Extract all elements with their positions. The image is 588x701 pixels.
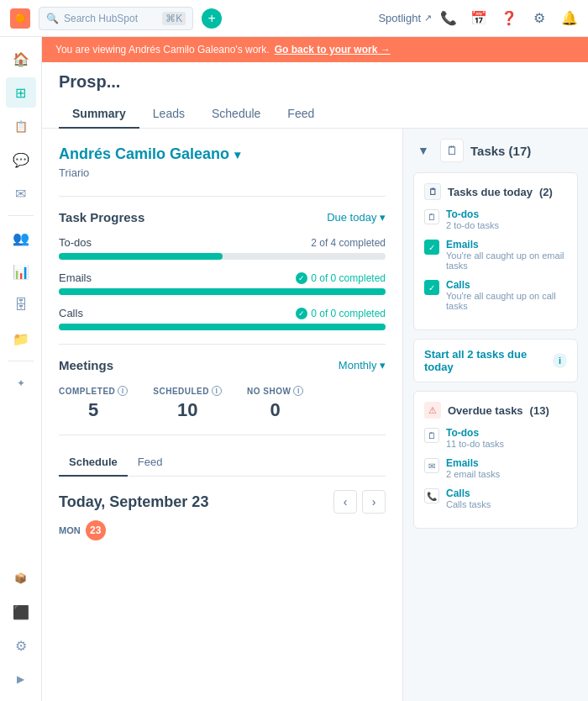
email-item-name[interactable]: Emails bbox=[446, 239, 567, 250]
sidebar-item-reports[interactable]: 📊 bbox=[6, 256, 36, 287]
overdue-todo-icon: 🗒 bbox=[424, 428, 439, 443]
overdue-tasks-card: ⚠ Overdue tasks (13) 🗒 To-dos 11 to-do t… bbox=[413, 391, 578, 529]
sidebar-item-dashboard[interactable]: ⊞ bbox=[6, 77, 36, 108]
stat-completed-label: COMPLETED i bbox=[59, 386, 128, 396]
call-item-desc: You're all caught up on call tasks bbox=[446, 291, 567, 311]
next-day-button[interactable]: › bbox=[362, 490, 386, 514]
overdue-title: Overdue tasks bbox=[448, 404, 523, 417]
prev-day-button[interactable]: ‹ bbox=[333, 490, 357, 514]
monthly-button[interactable]: Monthly ▾ bbox=[339, 359, 386, 372]
task-item-calls: ✓ Calls You're all caught up on call tas… bbox=[424, 279, 567, 311]
tab-leads[interactable]: Leads bbox=[139, 100, 198, 129]
sidebar-item-data[interactable]: 🗄 bbox=[6, 290, 36, 320]
overdue-todo-name[interactable]: To-dos bbox=[446, 427, 504, 439]
content-area: You are viewing Andrés Camilo Galeano's … bbox=[42, 37, 588, 701]
stat-completed-value: 5 bbox=[88, 399, 98, 421]
phone-icon[interactable]: 📞 bbox=[440, 10, 457, 27]
info-noshow-icon: i bbox=[293, 386, 303, 396]
two-col: Andrés Camilo Galeano ▾ Triario Task Pro… bbox=[42, 129, 588, 701]
search-label: Search HubSpot bbox=[64, 13, 157, 24]
overdue-icon: ⚠ bbox=[424, 402, 441, 419]
stat-scheduled: SCHEDULED i 10 bbox=[153, 386, 222, 421]
help-icon[interactable]: ❓ bbox=[501, 10, 517, 27]
task-label-emails: Emails bbox=[59, 271, 92, 284]
sidebar-item-settings[interactable]: ⚙ bbox=[6, 630, 36, 661]
call-item-name[interactable]: Calls bbox=[446, 279, 567, 291]
dropdown-icon[interactable]: ▾ bbox=[234, 148, 240, 161]
collapse-button[interactable]: ▼ bbox=[413, 140, 433, 161]
start-tasks-label: Start all 2 tasks due today bbox=[424, 348, 553, 373]
main-container: 🏠 ⊞ 📋 💬 ✉ 👥 📊 🗄 📁 ✦ 📦 ⬛ ⚙ ▶ You are view… bbox=[0, 37, 588, 701]
todo-item-desc: 2 to-do tasks bbox=[446, 220, 499, 230]
calendar-icon[interactable]: 📅 bbox=[470, 10, 487, 27]
sidebar-item-users[interactable]: 👥 bbox=[6, 223, 36, 253]
sidebar-item-expand[interactable]: ▶ bbox=[6, 664, 36, 694]
stat-noshow: NO SHOW i 0 bbox=[247, 386, 303, 421]
sidebar-item-contacts[interactable]: 📋 bbox=[6, 111, 36, 141]
sidebar-item-objects[interactable]: 📦 bbox=[6, 563, 36, 593]
settings-icon[interactable]: ⚙ bbox=[531, 10, 548, 27]
spotlight-button[interactable]: Spotlight ↗ bbox=[378, 12, 432, 24]
nav-arrows: ‹ › bbox=[333, 490, 386, 514]
task-row-emails-header: Emails ✓ 0 of 0 completed bbox=[59, 271, 386, 284]
search-kbd: ⌘K bbox=[162, 12, 186, 25]
overdue-todo-desc: 11 to-do tasks bbox=[446, 439, 504, 449]
person-name: Andrés Camilo Galeano ▾ bbox=[59, 145, 386, 163]
meetings-title: Meetings bbox=[59, 358, 113, 372]
overdue-item-emails: ✉ Emails 2 email tasks bbox=[424, 457, 567, 479]
viewing-banner: You are viewing Andrés Camilo Galeano's … bbox=[42, 37, 588, 62]
due-today-button[interactable]: Due today ▾ bbox=[327, 211, 386, 224]
tasks-due-today-header: 🗒 Tasks due today (2) bbox=[424, 183, 567, 200]
search-bar[interactable]: 🔍 Search HubSpot ⌘K bbox=[39, 7, 193, 30]
task-label-calls: Calls bbox=[59, 307, 83, 319]
add-button[interactable]: + bbox=[202, 8, 222, 29]
subtab-schedule[interactable]: Schedule bbox=[59, 449, 128, 477]
email-item-content: Emails You're all caught up on email tas… bbox=[446, 239, 567, 271]
due-today-card-icon: 🗒 bbox=[424, 183, 441, 200]
go-back-link[interactable]: Go back to your work → bbox=[275, 44, 391, 55]
progress-bar-fill-todos bbox=[59, 253, 223, 260]
overdue-count: (13) bbox=[530, 404, 549, 417]
start-tasks-info-icon: i bbox=[553, 353, 567, 368]
tab-summary[interactable]: Summary bbox=[59, 100, 139, 129]
todo-item-name[interactable]: To-dos bbox=[446, 208, 499, 220]
sidebar-item-ai[interactable]: ✦ bbox=[6, 368, 36, 398]
task-count-calls: ✓ 0 of 0 completed bbox=[296, 308, 386, 319]
tab-feed[interactable]: Feed bbox=[274, 100, 328, 129]
overdue-item-calls: 📞 Calls Calls tasks bbox=[424, 488, 567, 509]
sidebar-item-home[interactable]: 🏠 bbox=[6, 44, 36, 74]
today-title: Today, September 23 bbox=[59, 493, 208, 511]
sidebar-item-files[interactable]: 📁 bbox=[6, 324, 36, 354]
hubspot-logo[interactable]: 🟠 bbox=[10, 8, 30, 29]
meetings-stats: COMPLETED i 5 SCHEDULED i 10 bbox=[59, 386, 386, 421]
day-label: MON bbox=[59, 525, 81, 535]
divider-1 bbox=[59, 196, 386, 197]
tabs: Summary Leads Schedule Feed bbox=[59, 100, 571, 128]
stat-completed: COMPLETED i 5 bbox=[59, 386, 128, 421]
overdue-email-name[interactable]: Emails bbox=[446, 457, 500, 469]
sidebar-item-email[interactable]: ✉ bbox=[6, 178, 36, 208]
overdue-item-todos: 🗒 To-dos 11 to-do tasks bbox=[424, 427, 567, 449]
stat-scheduled-value: 10 bbox=[177, 399, 197, 421]
sidebar: 🏠 ⊞ 📋 💬 ✉ 👥 📊 🗄 📁 ✦ 📦 ⬛ ⚙ ▶ bbox=[0, 37, 42, 701]
call-item-icon: ✓ bbox=[424, 280, 439, 295]
overdue-call-content: Calls Calls tasks bbox=[446, 488, 491, 509]
info-scheduled-icon: i bbox=[212, 386, 222, 396]
tasks-icon-box: 🗒 bbox=[440, 139, 464, 162]
progress-bar-fill-emails bbox=[59, 288, 386, 295]
overdue-call-name[interactable]: Calls bbox=[446, 488, 491, 499]
today-header: Today, September 23 ‹ › bbox=[59, 490, 386, 514]
start-tasks-button[interactable]: Start all 2 tasks due today i bbox=[413, 339, 578, 382]
email-item-desc: You're all caught up on email tasks bbox=[446, 250, 567, 271]
left-panel: Andrés Camilo Galeano ▾ Triario Task Pro… bbox=[42, 129, 403, 701]
tab-schedule[interactable]: Schedule bbox=[198, 100, 274, 129]
tasks-due-today-title: Tasks due today bbox=[448, 186, 533, 198]
notifications-icon[interactable]: 🔔 bbox=[561, 10, 578, 27]
sidebar-item-conversations[interactable]: 💬 bbox=[6, 145, 36, 175]
subtab-feed[interactable]: Feed bbox=[128, 449, 173, 477]
sidebar-divider-1 bbox=[8, 215, 34, 216]
sidebar-item-grid[interactable]: ⬛ bbox=[6, 597, 36, 627]
stat-noshow-value: 0 bbox=[270, 399, 281, 421]
stat-scheduled-label: SCHEDULED i bbox=[153, 386, 222, 396]
divider-2 bbox=[59, 344, 386, 345]
